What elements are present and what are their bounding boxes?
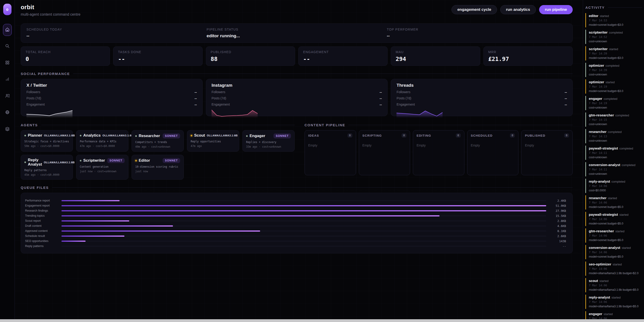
kpi-value: -- — [118, 56, 198, 62]
sidebar-item-home[interactable] — [3, 24, 12, 36]
status-strip: SCHEDULED TODAY -- PIPELINE STATUS edito… — [21, 24, 573, 43]
section-divider — [73, 74, 573, 74]
activity-timestamp: 7 Mar 14:39 — [589, 68, 642, 72]
queue-file-bar-track — [62, 246, 546, 247]
status-strip-item: TOP PERFORMER -- — [387, 28, 567, 39]
agent-card[interactable]: Editor SONNET 10-dimension scoring rubri… — [132, 155, 184, 180]
queue-file-row: Trending topics 15.5KB — [25, 213, 566, 218]
activity-item: conversion-analyststarted 7 Mar 14:06 mo… — [585, 245, 642, 259]
sidebar-item-stack[interactable] — [3, 123, 12, 135]
kpi-label: MRR — [488, 50, 568, 54]
sidebar-item-web[interactable] — [3, 107, 12, 119]
agent-card[interactable]: Researcher SONNET Competitors + trends 4… — [132, 130, 184, 152]
run-pipeline-button[interactable]: run pipeline — [539, 5, 573, 14]
activity-title: engagercompleted — [589, 96, 642, 101]
followers-row: Followers-- — [26, 90, 197, 94]
activity-agent-name: engager — [589, 96, 602, 100]
pipeline-empty-text: Empty — [362, 144, 407, 147]
sidebar-item-apps[interactable] — [3, 57, 12, 69]
queue-file-size: -- — [546, 244, 566, 248]
followers-row: Followers-- — [212, 90, 382, 94]
activity-status: started — [620, 213, 628, 216]
agent-card[interactable]: Reply Analyst OLLAMA/LLAMA3.1:8B Reply p… — [21, 155, 73, 180]
agent-meta: just now · cost=unknown — [80, 170, 125, 173]
agent-card-header: Planner OLLAMA/LLAMA3.1:8B — [24, 134, 69, 138]
sidebar-item-analytics[interactable] — [3, 74, 12, 86]
activity-meta: model=sonnet budget=$5.0 — [589, 238, 642, 242]
activity-timestamp: 7 Mar 14:06 — [589, 284, 642, 288]
agents-grid: Planner OLLAMA/LLAMA3.1:8B Strategic foc… — [21, 130, 295, 180]
activity-timestamp: 7 Mar 14:11 — [589, 151, 642, 155]
agent-description: Reply patterns — [24, 168, 69, 172]
kpi-value: 88 — [211, 56, 290, 62]
queue-file-bar-track — [62, 240, 546, 242]
metric-value: -- — [194, 90, 197, 94]
queue-file-size: 143B — [546, 240, 566, 243]
queue-file-size: 27.9KB — [546, 209, 566, 212]
activity-title: seo-optimizerstarted — [589, 262, 642, 266]
activity-title: gtm-researchercompleted — [589, 113, 642, 118]
activity-agent-name: scout — [589, 279, 598, 283]
activity-agent-name: engager — [589, 312, 602, 316]
queue-file-bar-fill — [62, 220, 129, 222]
activity-title: gtm-researcherstarted — [589, 229, 642, 234]
sidebar-item-users[interactable] — [3, 90, 12, 102]
run-analytics-button[interactable]: run analytics — [500, 5, 536, 14]
queue-file-bar-track — [62, 220, 546, 222]
activity-meta: cost=unknown — [589, 106, 642, 110]
activity-title: editorstarted — [589, 14, 642, 18]
queue-file-bar-fill — [62, 226, 173, 226]
agent-name: Editor — [139, 158, 150, 163]
metric-value: -- — [565, 96, 567, 100]
status-strip-value: -- — [26, 33, 206, 38]
activity-meta: model=sonnet budget=$3.0 — [589, 89, 642, 93]
queue-file-name: Schedule result — [25, 234, 62, 238]
activity-title: scoutstarted — [589, 278, 642, 283]
activity-agent-name: editor — [589, 14, 598, 18]
sonnet-badge: SONNET — [274, 134, 291, 138]
activity-agent-name: optimizer — [589, 64, 604, 68]
metric-label: Engagement — [396, 102, 415, 106]
activity-title: paywall-strategistcompleted — [589, 146, 642, 151]
agent-card[interactable]: Engager SONNET Replies + discovery 33m a… — [242, 130, 295, 152]
activity-meta: cost=$0.0000 — [589, 188, 642, 192]
queue-file-bar-fill — [62, 230, 260, 232]
activity-timestamp: 7 Mar 14:06 — [589, 250, 642, 254]
metric-label: Posts (7d) — [212, 96, 226, 100]
social-card-title: Threads — [396, 83, 567, 88]
pipeline-column-label: SCHEDULED — [471, 134, 493, 137]
sonnet-badge: SONNET — [162, 134, 180, 138]
agent-card[interactable]: Planner OLLAMA/LLAMA3.1:8B Strategic foc… — [21, 130, 73, 152]
queue-file-bar-track — [62, 226, 546, 226]
activity-timestamp: 7 Mar 14:52 — [589, 35, 642, 39]
pipeline-column-count: 0 — [456, 134, 461, 138]
agent-status-dot — [246, 135, 248, 137]
activity-timestamp: 7 Mar 14:15 — [589, 118, 642, 122]
activity-item: paywall-strategiststarted 7 Mar 14:06 mo… — [585, 212, 642, 226]
agent-name: Reply Analyst — [28, 158, 42, 166]
activity-status: completed — [615, 114, 629, 117]
activity-agent-name: reply-analyst — [589, 295, 610, 299]
main-content: orbit multi-agent content command centre… — [15, 0, 583, 322]
activity-status: started — [609, 48, 618, 51]
activity-meta: cost=unknown — [589, 40, 642, 44]
agent-card[interactable]: Analytics OLLAMA/LLAMA3.1:8B Performance… — [76, 130, 128, 152]
activity-timestamp: 7 Mar 14:06 — [589, 201, 642, 205]
engagement-cycle-button[interactable]: engagement cycle — [452, 5, 497, 14]
status-strip-label: PIPELINE STATUS — [206, 28, 387, 31]
queue-file-size: 51.0KB — [546, 204, 566, 208]
agent-status-dot — [24, 162, 26, 163]
kpi-row: TOTAL REACH 0 TASKS DONE -- PUBLISHED 88… — [21, 46, 573, 66]
activity-title: conversion-analyststarted — [589, 246, 642, 250]
activity-panel: ACTIVITY editorstarted 7 Mar 14:53 model… — [583, 0, 644, 322]
activity-status: started — [612, 296, 621, 299]
agent-model-label: OLLAMA/LLAMA3.1:8B — [44, 161, 74, 164]
section-content-pipeline: CONTENT PIPELINE — [304, 123, 573, 127]
bar-chart-icon — [5, 77, 10, 82]
activity-agent-name: gtm-researcher — [589, 113, 614, 117]
activity-status: completed — [604, 97, 617, 100]
sidebar-item-search[interactable] — [3, 40, 12, 52]
agent-card[interactable]: Scriptwriter SONNET Content generation j… — [76, 155, 128, 180]
agent-card[interactable]: Scout OLLAMA/LLAMA3.1:8B Reply opportuni… — [187, 130, 239, 152]
social-card-title: Instagram — [212, 83, 382, 88]
